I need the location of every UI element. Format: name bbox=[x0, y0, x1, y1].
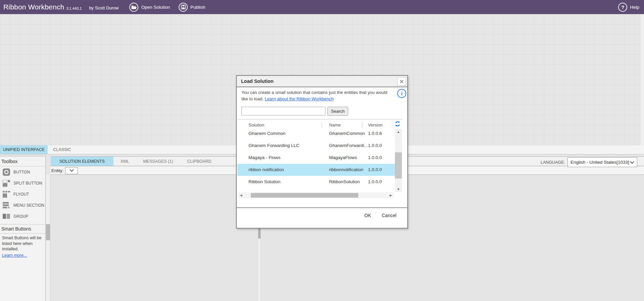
smart-buttons-learn-more-link[interactable]: Learn more... bbox=[2, 253, 27, 258]
publish-button[interactable]: Publish bbox=[179, 3, 205, 12]
chevron-down-icon bbox=[70, 169, 74, 172]
cell-name: MagayaFlows bbox=[329, 152, 357, 164]
toolbox-scrollbar-thumb[interactable] bbox=[46, 224, 50, 240]
solution-list: Ghanem Common GhanemCommon 1.0.0.6 Ghane… bbox=[237, 128, 395, 188]
search-button[interactable]: Search bbox=[327, 107, 348, 116]
description-line-2: like to load. bbox=[241, 96, 264, 101]
open-solution-label: Open Solution bbox=[141, 5, 170, 10]
footer-divider bbox=[237, 207, 407, 208]
group-icon bbox=[2, 213, 10, 220]
horizontal-scrollbar-thumb[interactable] bbox=[251, 193, 358, 198]
toolbox-item-label: GROUP bbox=[13, 214, 28, 219]
open-solution-button[interactable]: Open Solution bbox=[129, 3, 170, 12]
tab-messages[interactable]: MESSAGES (1) bbox=[136, 157, 180, 166]
flyout-icon bbox=[2, 191, 10, 198]
toolbox-item-group[interactable]: GROUP bbox=[0, 211, 45, 222]
panel-splitter-grip[interactable] bbox=[258, 228, 261, 239]
cell-version: 1.0.0.0 bbox=[368, 176, 382, 188]
language-value: English - United States[1033] bbox=[570, 160, 629, 165]
cell-version: 1.0.0.0 bbox=[368, 152, 382, 164]
table-row[interactable]: Magaya - Flows MagayaFlows 1.0.0.0 bbox=[237, 152, 395, 164]
help-button[interactable]: ? Help bbox=[618, 3, 639, 12]
table-row[interactable]: Ghanem Common GhanemCommon 1.0.0.6 bbox=[237, 128, 395, 140]
divider bbox=[238, 119, 403, 119]
split-button-icon bbox=[2, 180, 10, 187]
cell-version: 1.0.0.0 bbox=[368, 164, 382, 176]
cell-version: 1.0.0.0 bbox=[368, 140, 382, 152]
tab-clipboard[interactable]: CLIPBOARD bbox=[180, 157, 218, 166]
toolbox-item-label: MENU SECTION bbox=[13, 203, 44, 208]
language-label: LANGUAGE: bbox=[541, 160, 565, 165]
table-row-selected[interactable]: ribbon notification ribbonnotification 1… bbox=[237, 164, 395, 176]
cancel-button[interactable]: Cancel bbox=[382, 213, 397, 218]
tab-unified-interface[interactable]: UNIFIED INTERFACE bbox=[0, 145, 48, 154]
toolbox-item-button[interactable]: BUTTON bbox=[0, 166, 45, 178]
toolbox-item-label: SPLIT BUTTON bbox=[13, 181, 42, 186]
cell-solution: Ribbon Solution bbox=[248, 176, 280, 188]
dialog-title: Load Solution bbox=[241, 79, 274, 84]
app-root: Ribbon Workbench 3.1.443.1 by Scott Duro… bbox=[0, 0, 644, 301]
cell-name: GhanemForwardi... bbox=[329, 140, 368, 152]
publish-save-icon bbox=[179, 3, 188, 12]
table-row[interactable]: Ghanem Forwarding LLC GhanemForwardi... … bbox=[237, 140, 395, 152]
cell-solution: Magaya - Flows bbox=[248, 152, 280, 164]
canvas-scrollbar-track[interactable] bbox=[640, 14, 644, 145]
entity-dropdown[interactable] bbox=[65, 167, 78, 174]
toolbox-title: Toolbox bbox=[0, 156, 45, 166]
horizontal-scrollbar[interactable]: ◀ ▶ bbox=[238, 192, 394, 198]
tab-solution-elements[interactable]: SOLUTION ELEMENTS bbox=[51, 157, 113, 166]
open-folder-icon bbox=[129, 3, 138, 12]
language-select[interactable]: English - United States[1033] bbox=[567, 157, 637, 167]
description-line-1: You can create a small solution that con… bbox=[241, 90, 387, 95]
info-icon: i bbox=[397, 89, 406, 98]
cell-solution: Ghanem Common bbox=[248, 128, 285, 140]
toolbox-item-split-button[interactable]: SPLIT BUTTON bbox=[0, 178, 45, 189]
vertical-scrollbar-thumb[interactable] bbox=[395, 152, 402, 179]
app-title: Ribbon Workbench bbox=[3, 3, 64, 11]
publish-label: Publish bbox=[190, 5, 205, 10]
tab-classic[interactable]: CLASSIC bbox=[48, 145, 77, 154]
learn-about-link[interactable]: Learn about the Ribbon Workbench bbox=[265, 96, 333, 101]
cell-name: GhanemCommon bbox=[329, 128, 365, 140]
cell-solution: Ghanem Forwarding LLC bbox=[248, 140, 300, 152]
chevron-down-icon bbox=[630, 161, 634, 164]
refresh-icon[interactable] bbox=[395, 121, 401, 128]
cell-name: ribbonnotification bbox=[329, 164, 363, 176]
smart-buttons-title: Smart Buttons bbox=[0, 224, 45, 234]
vertical-scrollbar[interactable]: ▲ ▼ bbox=[395, 129, 402, 192]
scroll-right-icon[interactable]: ▶ bbox=[388, 192, 394, 198]
app-byline: by Scott Durow bbox=[89, 5, 119, 10]
cell-solution: ribbon notification bbox=[248, 164, 284, 176]
toolbox-item-flyout[interactable]: FLYOUT bbox=[0, 189, 45, 200]
scroll-up-icon[interactable]: ▲ bbox=[395, 129, 402, 135]
language-control: LANGUAGE: English - United States[1033] bbox=[541, 157, 637, 167]
cell-version: 1.0.0.6 bbox=[368, 128, 382, 140]
load-solution-dialog: Load Solution × You can create a small s… bbox=[236, 75, 408, 229]
toolbox-scrollbar[interactable] bbox=[46, 175, 50, 301]
button-icon bbox=[2, 168, 10, 176]
scroll-down-icon[interactable]: ▼ bbox=[395, 186, 402, 192]
tab-xml[interactable]: XML bbox=[113, 157, 136, 166]
toolbox-item-menu-section[interactable]: MENU SECTION bbox=[0, 200, 45, 211]
help-icon: ? bbox=[618, 3, 627, 12]
search-input[interactable] bbox=[241, 107, 325, 115]
toolbox-item-label: FLYOUT bbox=[13, 192, 29, 197]
title-bar: Ribbon Workbench 3.1.443.1 by Scott Duro… bbox=[0, 0, 644, 14]
close-icon[interactable]: × bbox=[397, 77, 406, 86]
ok-button[interactable]: OK bbox=[364, 213, 371, 218]
help-label: Help bbox=[630, 5, 639, 10]
entity-label: Entity: bbox=[51, 168, 63, 173]
menu-section-icon bbox=[2, 202, 10, 209]
dialog-description: You can create a small solution that con… bbox=[241, 90, 394, 102]
dialog-body: You can create a small solution that con… bbox=[237, 87, 407, 227]
scroll-left-icon[interactable]: ◀ bbox=[238, 192, 244, 198]
dialog-title-bar: Load Solution × bbox=[237, 76, 407, 87]
toolbox-item-label: BUTTON bbox=[13, 170, 30, 174]
cell-name: RibbonSolution bbox=[329, 176, 360, 188]
toolbox-panel: Toolbox BUTTON SPLIT BUTTON FLYOU bbox=[0, 156, 46, 301]
app-version: 3.1.443.1 bbox=[66, 6, 82, 10]
smart-buttons-description: Smart Buttons will be listed here when i… bbox=[0, 234, 44, 252]
table-row[interactable]: Ribbon Solution RibbonSolution 1.0.0.0 bbox=[237, 176, 395, 188]
